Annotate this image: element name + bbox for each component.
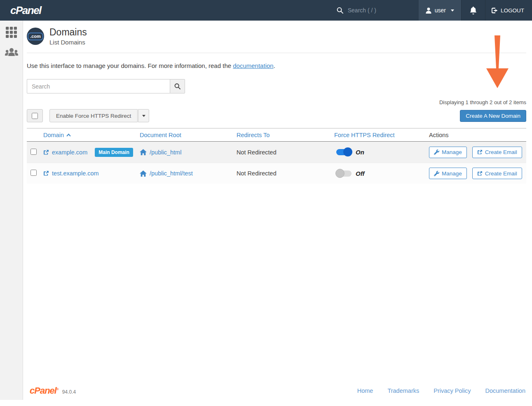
domain-link[interactable]: example.com	[43, 149, 87, 156]
document-root-link[interactable]: /public_html/test	[140, 170, 237, 177]
document-root-link[interactable]: /public_html	[140, 149, 237, 156]
bulk-action-group: Enable Force HTTPS Redirect	[49, 109, 149, 122]
external-link-icon	[477, 171, 483, 176]
table-search	[27, 79, 526, 93]
documentation-link[interactable]: documentation	[233, 62, 273, 69]
column-header-document-root-label: Document Root	[140, 132, 181, 138]
document-root-label: /public_html	[150, 149, 181, 156]
domain-link-label: example.com	[52, 149, 87, 156]
domain-link[interactable]: test.example.com	[43, 170, 99, 177]
column-header-actions: Actions	[429, 132, 526, 138]
manage-button[interactable]: Manage	[429, 168, 467, 179]
global-search[interactable]	[337, 0, 401, 21]
column-header-domain-label: Domain	[43, 132, 64, 138]
logout-label: LOGOUT	[501, 7, 524, 14]
cpanel-footer-logo-text: cPanel	[30, 385, 56, 396]
main-domain-badge: Main Domain	[95, 148, 133, 157]
header-divider	[27, 53, 526, 53]
column-header-redirects-to[interactable]: Redirects To	[237, 132, 334, 138]
force-https-toggle[interactable]	[336, 149, 352, 155]
user-menu[interactable]: user	[419, 0, 461, 21]
select-all-checkbox[interactable]	[32, 113, 38, 119]
create-new-domain-button[interactable]: Create A New Domain	[460, 110, 526, 122]
external-link-icon	[43, 149, 49, 155]
chevron-down-icon	[142, 115, 145, 117]
intro-text-before: Use this interface to manage your domain…	[27, 62, 233, 69]
row-checkbox[interactable]	[30, 170, 37, 176]
table-search-input[interactable]	[27, 79, 170, 93]
apps-grid-icon[interactable]	[6, 27, 17, 38]
main-content: .com Domains List Domains Use this inter…	[23, 21, 532, 406]
registered-mark: ®	[56, 387, 59, 391]
table-row: example.com Main Domain /public_html Not…	[27, 142, 526, 163]
footer-link-home[interactable]: Home	[357, 387, 373, 394]
top-navbar: cPanel user LOGOUT	[0, 0, 532, 21]
table-row: test.example.com /public_html/test Not R…	[27, 163, 526, 184]
column-header-force-https[interactable]: Force HTTPS Redirect	[334, 132, 429, 138]
domain-link-label: test.example.com	[52, 170, 99, 177]
document-root-label: /public_html/test	[150, 170, 193, 177]
page-title: Domains	[49, 27, 87, 37]
toggle-knob	[343, 147, 352, 156]
logout-icon	[492, 7, 498, 14]
create-email-button[interactable]: Create Email	[472, 168, 522, 179]
search-icon	[174, 83, 180, 89]
bell-icon	[470, 7, 477, 14]
intro-text: Use this interface to manage your domain…	[27, 62, 526, 69]
create-email-button-label: Create Email	[485, 170, 517, 177]
column-header-force-https-label: Force HTTPS Redirect	[334, 132, 395, 138]
user-manager-icon[interactable]	[5, 47, 18, 57]
bulk-action-dropdown-button[interactable]	[138, 109, 149, 122]
column-header-document-root[interactable]: Document Root	[140, 132, 237, 138]
notifications-button[interactable]	[461, 0, 485, 21]
intro-text-after: .	[274, 62, 275, 69]
select-all-checkbox-wrapper	[27, 109, 43, 122]
bulk-toolbar: Enable Force HTTPS Redirect Create A New…	[27, 109, 526, 122]
page-footer: cPanel® 94.0.4 Home Trademarks Privacy P…	[27, 385, 526, 406]
version-label: 94.0.4	[62, 389, 76, 395]
create-email-button-label: Create Email	[485, 149, 517, 155]
toggle-state-label: Off	[356, 170, 364, 177]
table-header-row: Domain Document Root Redirects To Force …	[27, 128, 526, 142]
manage-button[interactable]: Manage	[429, 147, 467, 158]
dot-com-icon-label: .com	[28, 33, 43, 40]
redirects-to-value: Not Redirected	[237, 149, 334, 156]
search-icon	[337, 7, 343, 14]
column-header-redirects-to-label: Redirects To	[237, 132, 270, 138]
column-header-actions-label: Actions	[429, 132, 449, 138]
manage-button-label: Manage	[442, 170, 462, 177]
footer-link-documentation[interactable]: Documentation	[485, 387, 525, 394]
create-email-button[interactable]: Create Email	[472, 147, 522, 158]
user-menu-label: user	[435, 7, 446, 14]
footer-link-privacy-policy[interactable]: Privacy Policy	[434, 387, 471, 394]
domains-table: Domain Document Root Redirects To Force …	[27, 128, 526, 184]
external-link-icon	[43, 170, 49, 176]
force-https-toggle[interactable]	[336, 170, 352, 177]
bulk-action-button[interactable]: Enable Force HTTPS Redirect	[49, 109, 138, 122]
home-icon	[140, 149, 147, 155]
external-link-icon	[477, 149, 483, 155]
wrench-icon	[434, 171, 439, 176]
page-subtitle: List Domains	[49, 39, 87, 46]
logout-button[interactable]: LOGOUT	[485, 0, 532, 21]
row-checkbox[interactable]	[30, 149, 37, 155]
toggle-state-label: On	[356, 149, 364, 156]
page-body: .com Domains List Domains Use this inter…	[0, 21, 532, 406]
pagination-status: Displaying 1 through 2 out of 2 items	[27, 99, 526, 105]
table-search-button[interactable]	[170, 79, 185, 93]
left-sidebar	[0, 21, 23, 400]
dot-com-icon: .com	[27, 28, 44, 45]
chevron-down-icon	[451, 9, 454, 12]
cpanel-footer-logo: cPanel®	[30, 385, 59, 396]
footer-links: Home Trademarks Privacy Policy Documenta…	[357, 387, 525, 394]
sort-ascending-icon	[66, 133, 71, 137]
page-header: .com Domains List Domains	[27, 21, 526, 46]
manage-button-label: Manage	[442, 149, 462, 155]
global-search-input[interactable]	[348, 7, 401, 14]
redirects-to-value: Not Redirected	[237, 170, 334, 177]
column-header-domain[interactable]: Domain	[43, 132, 140, 138]
user-icon	[426, 7, 431, 14]
toggle-knob	[335, 169, 345, 178]
cpanel-logo[interactable]: cPanel	[0, 0, 41, 21]
footer-link-trademarks[interactable]: Trademarks	[387, 387, 419, 394]
